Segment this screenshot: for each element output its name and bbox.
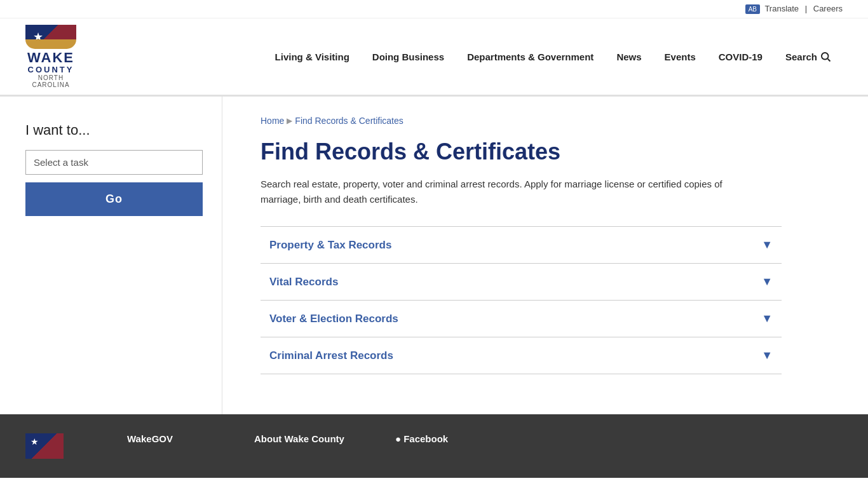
logo-area[interactable]: WAKE COUNTY NORTH CAROLINA: [25, 18, 153, 95]
go-button[interactable]: Go: [25, 182, 203, 216]
logo-arc: [25, 39, 76, 48]
accordion-voter[interactable]: Voter & Election Records ▼: [261, 300, 782, 337]
main-content: Home ▶ Find Records & Certificates Find …: [222, 97, 868, 414]
accordion-voter-label: Voter & Election Records: [269, 313, 398, 325]
accordion-vital-label: Vital Records: [269, 276, 338, 288]
nav-item-events[interactable]: Events: [653, 27, 707, 86]
accordion: Property & Tax Records ▼ Vital Records ▼…: [261, 226, 830, 374]
accordion-property-label: Property & Tax Records: [269, 239, 391, 252]
nav-item-departments[interactable]: Departments & Government: [456, 27, 605, 86]
nav-item-living[interactable]: Living & Visiting: [264, 27, 361, 86]
breadcrumb-home[interactable]: Home: [261, 116, 284, 126]
translate-icon: AB: [745, 4, 760, 14]
page-description: Search real estate, property, voter and …: [261, 177, 756, 207]
logo-flag: [25, 25, 76, 39]
footer-about-title: About Wake County: [254, 433, 344, 444]
footer-facebook-title: ● Facebook: [395, 433, 471, 444]
nav-item-business[interactable]: Doing Business: [361, 27, 456, 86]
translate-link[interactable]: Translate: [764, 4, 799, 13]
footer-col-about: About Wake County: [254, 433, 344, 447]
top-bar: AB Translate | Careers: [0, 0, 868, 18]
page-container: I want to... Select a task Go Home ▶ Fin…: [0, 97, 868, 414]
breadcrumb-current: Find Records & Certificates: [295, 116, 403, 126]
accordion-criminal[interactable]: Criminal Arrest Records ▼: [261, 337, 782, 374]
chevron-down-icon-vital: ▼: [761, 275, 773, 288]
accordion-criminal-label: Criminal Arrest Records: [269, 349, 393, 362]
header: WAKE COUNTY NORTH CAROLINA Living & Visi…: [0, 18, 868, 97]
chevron-down-icon-property: ▼: [761, 238, 773, 252]
search-label: Search: [785, 51, 817, 62]
logo-text: WAKE COUNTY NORTH CAROLINA: [25, 50, 76, 88]
logo-nc-label: NORTH CAROLINA: [25, 74, 76, 88]
footer-logo: [25, 433, 76, 459]
footer-logo-box: [25, 433, 64, 459]
nav-search[interactable]: Search: [774, 27, 843, 86]
top-bar-separator: |: [805, 4, 807, 13]
footer-col-wakegov: WakeGOV: [127, 433, 203, 447]
page-title: Find Records & Certificates: [261, 139, 830, 165]
footer: WakeGOV About Wake County ● Facebook: [0, 414, 868, 478]
logo-wake-label: WAKE: [25, 50, 76, 65]
facebook-icon: ●: [395, 433, 401, 444]
breadcrumb-separator: ▶: [287, 116, 292, 125]
main-nav: Living & Visiting Doing Business Departm…: [153, 27, 843, 86]
logo-county-label: COUNTY: [25, 65, 76, 74]
chevron-down-icon-criminal: ▼: [761, 349, 773, 362]
footer-wakegov-title: WakeGOV: [127, 433, 203, 444]
accordion-vital[interactable]: Vital Records ▼: [261, 263, 782, 300]
footer-col-facebook: ● Facebook: [395, 433, 471, 447]
search-icon: [820, 51, 831, 62]
sidebar-title: I want to...: [25, 122, 203, 139]
careers-link[interactable]: Careers: [813, 4, 843, 13]
accordion-property[interactable]: Property & Tax Records ▼: [261, 226, 782, 263]
svg-line-1: [828, 59, 831, 62]
chevron-down-icon-voter: ▼: [761, 312, 773, 325]
logo-box: WAKE COUNTY NORTH CAROLINA: [25, 25, 76, 88]
sidebar: I want to... Select a task Go: [0, 97, 222, 414]
nav-item-news[interactable]: News: [605, 27, 653, 86]
task-select[interactable]: Select a task: [25, 150, 203, 175]
breadcrumb: Home ▶ Find Records & Certificates: [261, 116, 830, 126]
nav-item-covid[interactable]: COVID-19: [707, 27, 774, 86]
svg-point-0: [822, 53, 829, 60]
